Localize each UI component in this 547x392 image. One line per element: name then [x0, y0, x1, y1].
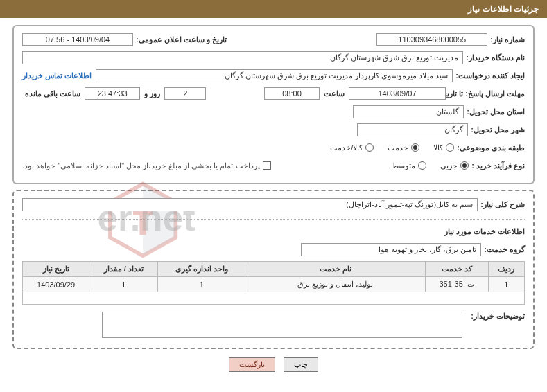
- days-suffix: روز و: [144, 89, 160, 98]
- cell-row: 1: [488, 277, 524, 292]
- buyer-device-label: نام دستگاه خریدار:: [466, 53, 525, 62]
- th-qty: تعداد / مقدار: [89, 262, 158, 277]
- province-value: گلستان: [353, 105, 464, 118]
- th-date: تاریخ نیاز: [23, 262, 89, 277]
- th-name: نام خدمت: [245, 262, 426, 277]
- cell-date: 1403/09/29: [23, 277, 89, 292]
- requester-value: سید میلاد میرموسوی کارپرداز مدیریت توزیع…: [96, 69, 453, 82]
- radio-both-group[interactable]: کالا/خدمت: [330, 143, 374, 152]
- info-panel: شماره نیاز: 1103093468000055 تاریخ و ساع…: [12, 25, 535, 184]
- back-button[interactable]: بازگشت: [229, 357, 275, 372]
- radio-medium-group[interactable]: متوسط: [392, 161, 426, 170]
- subject-class-label: طبقه بندی موضوعی:: [457, 143, 525, 152]
- radio-service-group[interactable]: خدمت: [388, 143, 419, 152]
- radio-partial-group[interactable]: جزیی: [440, 161, 469, 170]
- buyer-desc-label: توضیحات خریدار:: [471, 312, 525, 321]
- announce-value: 1403/09/04 - 07:56: [22, 33, 133, 46]
- radio-medium[interactable]: [418, 161, 426, 170]
- footer-buttons: چاپ بازگشت: [12, 357, 535, 372]
- th-unit: واحد اندازه گیری: [158, 262, 245, 277]
- deadline-label: مهلت ارسال پاسخ: تا تاریخ:: [449, 89, 525, 98]
- cell-unit: 1: [158, 277, 245, 292]
- deadline-time: 08:00: [264, 87, 320, 100]
- radio-service-label: خدمت: [388, 143, 408, 152]
- radio-service[interactable]: [411, 143, 419, 152]
- buyer-device-value: مدیریت توزیع برق شرق شهرستان گرگان: [22, 51, 463, 64]
- cell-qty: 1: [89, 277, 158, 292]
- table-row: 1 ت -35-351 تولید، انتقال و توزیع برق 1 …: [23, 277, 525, 292]
- radio-both[interactable]: [365, 143, 374, 152]
- radio-partial-label: جزیی: [440, 161, 458, 170]
- request-number-label: شماره نیاز:: [490, 35, 525, 44]
- radio-partial[interactable]: [460, 161, 469, 170]
- city-label: شهر محل تحویل:: [471, 125, 525, 134]
- services-table: ردیف کد خدمت نام خدمت واحد اندازه گیری ت…: [22, 261, 525, 305]
- requester-label: ایجاد کننده درخواست:: [455, 71, 525, 80]
- th-row: ردیف: [488, 262, 524, 277]
- th-code: کد خدمت: [426, 262, 488, 277]
- radio-goods-group[interactable]: کالا: [433, 143, 454, 152]
- print-button[interactable]: چاپ: [284, 357, 318, 372]
- panel-header: جزئیات اطلاعات نیاز: [0, 0, 547, 18]
- time-label: ساعت: [324, 89, 345, 98]
- payment-note: پرداخت تمام یا بخشی از مبلغ خرید،از محل …: [22, 161, 260, 170]
- radio-goods-label: کالا: [433, 143, 443, 152]
- radio-medium-label: متوسط: [392, 161, 415, 170]
- announce-label: تاریخ و ساعت اعلان عمومی:: [136, 35, 227, 44]
- payment-checkbox[interactable]: [263, 161, 271, 170]
- buyer-contact-link[interactable]: اطلاعات تماس خریدار: [22, 71, 92, 80]
- radio-goods[interactable]: [446, 143, 454, 152]
- deadline-date: 1403/09/07: [349, 87, 446, 100]
- general-desc-label: شرح کلی نیاز:: [480, 200, 525, 209]
- request-number-value: 1103093468000055: [376, 33, 487, 46]
- radio-both-label: کالا/خدمت: [330, 143, 363, 152]
- cell-code: ت -35-351: [426, 277, 488, 292]
- services-info-label: اطلاعات خدمات مورد نیاز: [444, 227, 525, 236]
- service-group-label: گروه خدمت:: [484, 245, 525, 254]
- need-panel: شرح کلی نیاز: سیم به کابل(تورنگ تپه-تیمو…: [12, 190, 535, 349]
- general-desc-value: سیم به کابل(تورنگ تپه-تیمور آباد-اتراچال…: [22, 198, 478, 211]
- remaining-suffix: ساعت باقی مانده: [25, 89, 80, 98]
- service-group-value: تامین برق، گاز، بخار و تهویه هوا: [301, 243, 481, 256]
- countdown-value: 23:47:33: [85, 87, 140, 100]
- province-label: استان محل تحویل:: [467, 107, 525, 116]
- header-title: جزئیات اطلاعات نیاز: [468, 4, 539, 14]
- table-row: [23, 292, 525, 305]
- buyer-desc-box: [102, 312, 462, 338]
- cell-name: تولید، انتقال و توزیع برق: [245, 277, 426, 292]
- days-count: 2: [164, 87, 206, 100]
- process-type-label: نوع فرآیند خرید :: [471, 161, 525, 170]
- city-value: گرگان: [357, 123, 468, 136]
